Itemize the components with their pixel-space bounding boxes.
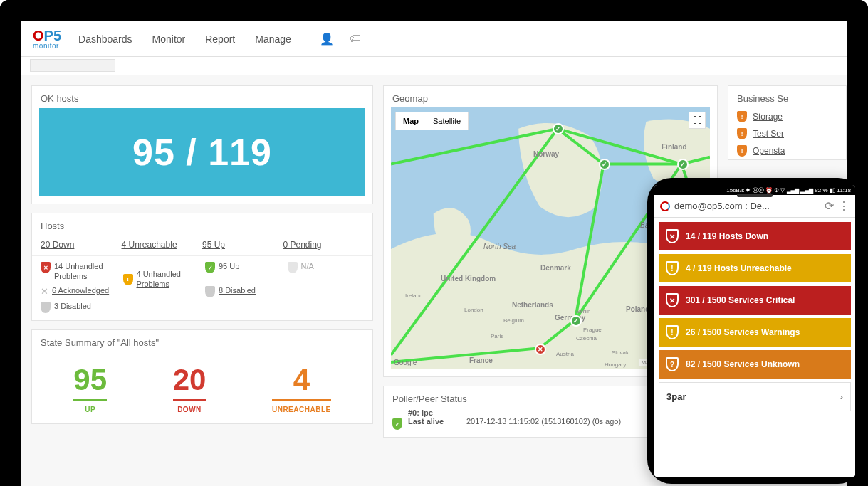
hosts-detail-grid: ✕ 14 Unhandled Problems ✕ 6 Acknowledged…: [32, 256, 372, 320]
hosts-na: N/A: [288, 262, 365, 282]
refresh-icon[interactable]: ⟳: [825, 199, 834, 213]
state-down[interactable]: 20 DOWN: [173, 365, 206, 413]
left-column: OK hosts 95 / 119 Hosts 20 Down 4 Unreac…: [31, 85, 373, 476]
alert-critical-icon: ✕: [666, 229, 679, 243]
alert-critical-icon: ✕: [666, 293, 679, 307]
shield-lightgray-icon: [288, 262, 298, 273]
nav-dashboards[interactable]: Dashboards: [78, 33, 132, 45]
bs-item-openstack[interactable]: ! Opensta: [728, 142, 846, 159]
map-node-green-icon[interactable]: ✓: [599, 159, 610, 170]
state-summary-row: 95 UP 20 DOWN 4 UNREACHABLE: [32, 352, 372, 423]
alert-services-warnings[interactable]: ! 26 / 1500 Services Warnings: [659, 318, 851, 347]
secondary-bar: [21, 57, 847, 75]
logo[interactable]: OP5 monitor: [33, 28, 61, 50]
chevron-right-icon: ›: [840, 391, 843, 402]
hosts-pending-link[interactable]: 0 Pending: [283, 240, 365, 250]
map-node-red-icon[interactable]: ✕: [535, 344, 546, 355]
phone-mockup: 156B/s ✱ ⓃⒻ ⏰ ⚙ ▽ ▂▄▆ ▂▄▆ 82 % ▮▯ 11:18 …: [647, 178, 862, 484]
hosts-card: Hosts 20 Down 4 Unreachable 95 Up 0 Pend…: [31, 213, 373, 321]
label-denmark: Denmark: [540, 264, 571, 272]
shield-orange-icon: !: [737, 128, 747, 139]
phone-body: ✕ 14 / 119 Hosts Down ! 4 / 119 Hosts Un…: [654, 218, 855, 477]
label-france: France: [469, 356, 493, 364]
poller-id: #0: ipc: [408, 408, 433, 417]
nav-manage[interactable]: Manage: [255, 33, 291, 45]
label-belgium: Belgium: [503, 317, 524, 324]
shield-green-icon: ✓: [392, 418, 402, 430]
alert-unknown-icon: ?: [666, 357, 679, 371]
hosts-summary-row: 20 Down 4 Unreachable 95 Up 0 Pending: [32, 236, 372, 256]
alert-hosts-unreachable[interactable]: ! 4 / 119 Hosts Unreachable: [659, 254, 851, 282]
hosts-down-link[interactable]: 20 Down: [41, 240, 122, 250]
nav-monitor[interactable]: Monitor: [152, 33, 186, 45]
state-unreachable[interactable]: 4 UNREACHABLE: [272, 365, 331, 413]
map-node-green-icon[interactable]: ✓: [677, 159, 689, 170]
map-type-satellite[interactable]: Satellite: [426, 112, 468, 130]
nav-links: Dashboards Monitor Report Manage: [78, 33, 291, 45]
hosts-disabled-3[interactable]: 3 Disabled: [41, 302, 117, 313]
shield-orange-icon: !: [737, 145, 747, 157]
shield-red-icon: ✕: [41, 262, 51, 273]
label-hungary: Hungary: [605, 361, 626, 368]
business-services-card: Business Se ! Storage ! Test Ser ! Opens…: [728, 85, 847, 160]
poller-last-alive-value: 2017-12-13 11:15:02 (1513160102) (0s ago…: [466, 417, 621, 426]
bs-item-test[interactable]: ! Test Ser: [728, 125, 846, 142]
label-poland: Poland: [626, 305, 649, 313]
ok-hosts-card: OK hosts 95 / 119: [31, 85, 373, 204]
hosts-unhandled-4[interactable]: ! 4 Unhandled Problems: [123, 262, 200, 297]
alert-hosts-down[interactable]: ✕ 14 / 119 Hosts Down: [659, 222, 851, 250]
state-summary-card: State Summary of "All hosts" 95 UP 20 DO…: [31, 329, 373, 424]
fullscreen-icon[interactable]: ⛶: [689, 112, 706, 129]
phone-list-3par[interactable]: 3par ›: [659, 382, 851, 411]
label-ireland: Ireland: [405, 292, 422, 299]
alert-warning-icon: !: [666, 325, 679, 339]
shield-green-icon: ✓: [205, 262, 215, 273]
menu-icon[interactable]: ⋮: [838, 199, 849, 213]
label-north-sea: North Sea: [483, 243, 516, 250]
poller-last-alive-label: Last alive: [408, 417, 458, 426]
tag-icon[interactable]: 🏷: [350, 32, 361, 46]
label-paris: Paris: [491, 333, 503, 339]
hosts-unhandled-14[interactable]: ✕ 14 Unhandled Problems: [41, 262, 117, 282]
label-austria: Austria: [556, 351, 574, 357]
state-summary-title: State Summary of "All hosts": [32, 330, 372, 352]
phone-speaker: [737, 194, 773, 197]
map-type-switch: Map Satellite: [395, 112, 469, 130]
acknowledge-icon: ✕: [41, 286, 48, 297]
label-finland: Finland: [662, 143, 687, 151]
label-slovakia: Slovak: [612, 349, 629, 356]
map-node-green-icon[interactable]: ✓: [553, 123, 564, 134]
shield-gray-icon: [205, 286, 215, 297]
tab-placeholder[interactable]: [30, 59, 115, 72]
map-type-map[interactable]: Map: [396, 112, 426, 130]
state-up[interactable]: 95 UP: [73, 365, 107, 413]
alert-services-unknown[interactable]: ? 82 / 1500 Services Unknown: [659, 350, 851, 379]
label-berlin: Berlin: [576, 308, 590, 315]
top-nav: OP5 monitor Dashboards Monitor Report Ma…: [21, 21, 847, 57]
shield-gray-icon: [41, 302, 51, 313]
phone-url[interactable]: demo@op5.com : De...: [674, 201, 820, 211]
hosts-ack-6[interactable]: ✕ 6 Acknowledged: [41, 286, 117, 297]
hosts-up-link[interactable]: 95 Up: [202, 240, 283, 250]
alert-warning-icon: !: [666, 261, 679, 275]
hosts-unreachable-link[interactable]: 4 Unreachable: [122, 240, 203, 250]
user-icon[interactable]: 👤: [320, 32, 334, 46]
nav-report[interactable]: Report: [205, 33, 235, 45]
bs-item-storage[interactable]: ! Storage: [728, 108, 846, 125]
map-node-green-icon[interactable]: ✓: [570, 315, 582, 327]
op5-ring-icon: [660, 201, 670, 211]
ok-hosts-value: 95 / 119: [39, 108, 365, 196]
hosts-title: Hosts: [32, 213, 372, 236]
shield-yellow-icon: !: [123, 274, 133, 285]
label-norway: Norway: [533, 150, 559, 158]
shield-orange-icon: !: [737, 111, 747, 122]
hosts-up-95[interactable]: ✓ 95 Up: [205, 262, 282, 282]
phone-url-bar: demo@op5.com : De... ⟳ ⋮: [654, 195, 855, 218]
label-prague: Prague: [583, 327, 602, 333]
hosts-disabled-8[interactable]: 8 Disabled: [205, 286, 282, 297]
geomap-title: Geomap: [384, 86, 717, 108]
alert-services-critical[interactable]: ✕ 301 / 1500 Services Critical: [659, 286, 851, 315]
label-london: London: [464, 307, 483, 313]
label-uk: United Kingdom: [441, 275, 496, 282]
business-services-title: Business Se: [728, 86, 846, 108]
